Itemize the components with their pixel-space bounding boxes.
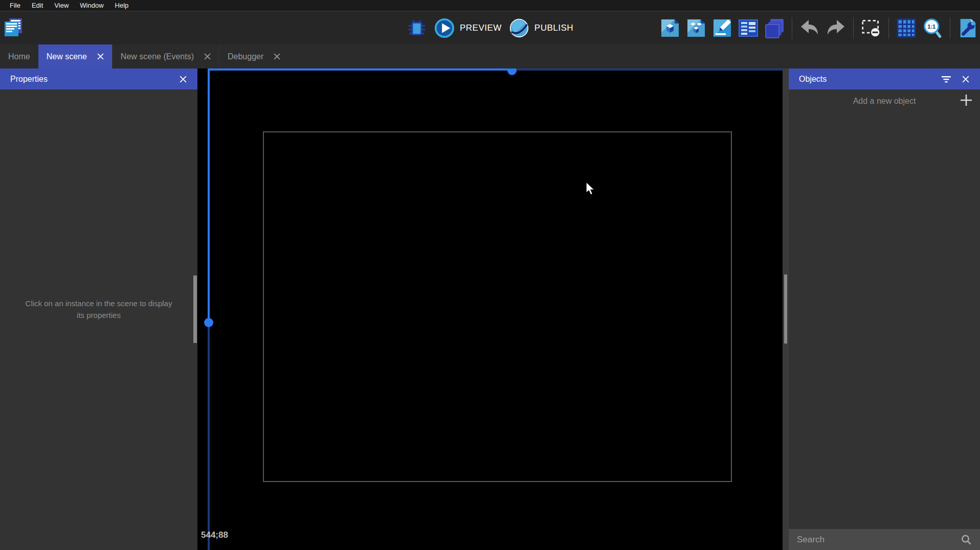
close-icon[interactable] xyxy=(959,68,973,89)
publish-button[interactable]: PUBLISH xyxy=(509,18,573,38)
scene-canvas[interactable]: 544;88 xyxy=(197,68,783,550)
undo-icon[interactable] xyxy=(799,18,820,38)
add-object-button[interactable]: Add a new object xyxy=(789,89,980,113)
preview-button[interactable]: PREVIEW xyxy=(434,18,502,38)
toolbar-separator xyxy=(950,17,950,39)
objects-panel-header: Objects xyxy=(789,68,980,89)
menu-edit[interactable]: Edit xyxy=(26,2,49,9)
redo-icon[interactable] xyxy=(826,18,846,38)
properties-panel-title: Properties xyxy=(10,75,48,84)
close-icon[interactable] xyxy=(176,68,190,89)
selection-edge-top xyxy=(208,68,512,71)
scrollbar-thumb[interactable] xyxy=(784,274,787,343)
instances-list-icon[interactable] xyxy=(738,18,759,38)
editor-tab-bar: Home New scene New scene (Events) Debugg… xyxy=(0,44,980,68)
publish-label: PUBLISH xyxy=(534,23,573,33)
toolbar-separator xyxy=(853,17,854,39)
objects-panel: Objects Add a new object xyxy=(789,68,980,550)
toolbar-separator xyxy=(792,17,792,39)
selection-resize-handle-left[interactable] xyxy=(204,318,213,327)
plus-icon[interactable] xyxy=(960,94,973,109)
search-icon[interactable] xyxy=(961,534,972,545)
canvas-vertical-scrollbar[interactable] xyxy=(783,68,789,550)
selection-edge-top-far xyxy=(512,68,783,71)
objects-editor-icon[interactable] xyxy=(660,18,680,38)
main-toolbar: PREVIEW PUBLISH xyxy=(0,11,980,44)
menu-bar: File Edit View Window Help xyxy=(0,0,980,11)
svg-text:1:1: 1:1 xyxy=(927,23,936,29)
tab-new-scene-events[interactable]: New scene (Events) xyxy=(112,44,219,68)
cursor-coordinates: 544;88 xyxy=(201,530,228,540)
zoom-one-to-one-icon[interactable]: 1:1 xyxy=(922,18,943,38)
grid-icon[interactable] xyxy=(896,18,917,38)
objects-search-bar xyxy=(789,529,980,550)
mouse-cursor xyxy=(585,182,596,197)
publish-globe-icon xyxy=(509,18,529,38)
tab-label: New scene xyxy=(47,52,87,61)
debugger-bug-icon[interactable] xyxy=(407,18,427,38)
tab-new-scene[interactable]: New scene xyxy=(38,44,112,68)
add-object-label: Add a new object xyxy=(853,97,916,106)
project-manager-icon[interactable] xyxy=(3,17,24,37)
tab-debugger[interactable]: Debugger xyxy=(219,44,288,68)
properties-panel-header: Properties xyxy=(0,68,197,89)
selection-resize-handle-top[interactable] xyxy=(507,68,517,75)
menu-help[interactable]: Help xyxy=(109,2,135,9)
tab-label: Debugger xyxy=(228,52,263,61)
game-window-frame xyxy=(263,131,732,482)
properties-panel: Properties Click on an instance in the s… xyxy=(0,68,197,550)
object-groups-icon[interactable] xyxy=(686,18,706,38)
toolbar-separator xyxy=(888,17,889,39)
gdevelop-window: File Edit View Window Help xyxy=(0,0,980,550)
tab-home[interactable]: Home xyxy=(0,44,38,68)
search-input[interactable] xyxy=(797,535,961,545)
properties-scrollbar[interactable] xyxy=(193,276,197,343)
tab-label: Home xyxy=(8,52,30,61)
menu-view[interactable]: View xyxy=(49,2,74,9)
close-icon[interactable] xyxy=(274,53,280,60)
window-mask-icon[interactable] xyxy=(861,18,881,38)
layers-icon[interactable] xyxy=(764,18,785,38)
objects-panel-title: Objects xyxy=(799,75,827,84)
selection-edge-left-far xyxy=(208,323,210,550)
menu-window[interactable]: Window xyxy=(74,2,109,9)
close-icon[interactable] xyxy=(97,53,104,60)
properties-pencil-icon[interactable] xyxy=(712,18,732,38)
settings-wrench-icon[interactable] xyxy=(957,18,978,38)
close-icon[interactable] xyxy=(204,53,211,60)
selection-edge-left xyxy=(208,68,210,323)
menu-file[interactable]: File xyxy=(4,2,26,9)
filter-icon[interactable] xyxy=(939,68,953,89)
preview-label: PREVIEW xyxy=(460,23,502,33)
preview-play-icon xyxy=(434,18,455,38)
tab-label: New scene (Events) xyxy=(121,52,194,61)
properties-empty-hint: Click on an instance in the scene to dis… xyxy=(0,297,197,322)
